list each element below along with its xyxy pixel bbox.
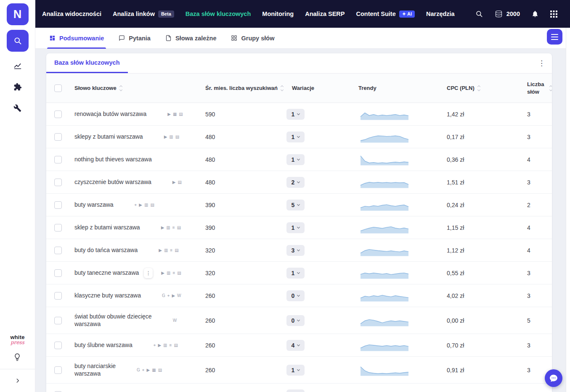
senuto-logo[interactable]: N xyxy=(7,3,29,25)
trend-cell xyxy=(354,244,442,257)
trend-sparkline xyxy=(360,199,409,211)
tab-podsumowanie[interactable]: Podsumowanie xyxy=(49,28,104,48)
variations-dropdown[interactable]: 0 xyxy=(286,315,305,326)
trend-sparkline xyxy=(360,153,409,166)
credits-balance[interactable]: 2000 xyxy=(494,10,520,18)
variations-dropdown[interactable]: 1 xyxy=(286,268,305,279)
trend-cell xyxy=(354,199,442,211)
card-options-button[interactable]: ⋮ xyxy=(538,53,545,73)
keyword-link[interactable]: sklepy z butami warszawa xyxy=(74,133,143,141)
row-checkbox[interactable] xyxy=(54,133,62,141)
chevron-down-icon xyxy=(297,248,300,251)
topnav-search-button[interactable] xyxy=(475,10,483,18)
variations-dropdown[interactable]: 0 xyxy=(286,389,305,392)
sidebar-item-tools[interactable] xyxy=(7,100,29,116)
row-checkbox[interactable] xyxy=(54,342,62,349)
sidebar-item-plugins[interactable] xyxy=(7,79,29,95)
row-checkbox[interactable] xyxy=(54,292,62,300)
section-tabs: Podsumowanie Pytania Słowa zależne Grupy… xyxy=(35,28,566,49)
nav-content-suite[interactable]: Content Suite ✦AI xyxy=(356,11,414,18)
whitepress-logo[interactable]: white press xyxy=(10,335,24,345)
keyword-link[interactable]: buty narciarskie warszawa xyxy=(74,363,116,377)
variations-dropdown[interactable]: 1 xyxy=(286,222,305,233)
tab-pytania[interactable]: Pytania xyxy=(119,28,151,48)
news-icon: ▤ xyxy=(175,248,178,253)
row-checkbox[interactable] xyxy=(54,179,62,186)
keyword-link[interactable]: renowacja butów warszawa xyxy=(74,110,146,118)
row-checkbox[interactable] xyxy=(54,269,62,277)
news-icon: ▤ xyxy=(175,135,179,139)
wrench-icon xyxy=(13,104,21,112)
variations-dropdown[interactable]: 0 xyxy=(286,290,305,301)
trend-sparkline xyxy=(360,244,409,257)
keyword-link[interactable]: buty taneczne warszawa xyxy=(74,269,139,277)
variations-dropdown[interactable]: 4 xyxy=(286,340,305,351)
variations-dropdown[interactable]: 1 xyxy=(286,365,305,376)
row-checkbox[interactable] xyxy=(54,247,62,254)
chat-widget-button[interactable] xyxy=(545,369,562,387)
column-word-count[interactable]: Liczba słów xyxy=(527,81,546,95)
serp-feature-icons: W xyxy=(173,318,177,323)
keyword-link[interactable]: buty do tańca warszawa xyxy=(74,247,138,254)
chevron-down-icon xyxy=(297,318,300,321)
tab-grupy-slow[interactable]: Grupy słów xyxy=(231,28,274,48)
sort-icon[interactable] xyxy=(281,86,283,91)
variations-dropdown[interactable]: 1 xyxy=(286,109,305,120)
sort-icon[interactable] xyxy=(478,86,480,91)
wikipedia-icon: W xyxy=(177,294,181,298)
keyword-link[interactable]: klasyczne buty warszawa xyxy=(74,292,141,300)
keyword-link[interactable]: buty warszawa xyxy=(74,201,114,209)
column-keyword[interactable]: Słowo kluczowe xyxy=(74,85,117,91)
card-tab-baza-slow[interactable]: Baza słów kluczowych xyxy=(46,53,128,73)
variations-dropdown[interactable]: 1 xyxy=(286,132,305,142)
row-checkbox[interactable] xyxy=(54,110,62,118)
row-menu-button[interactable]: ⋮ xyxy=(144,268,153,278)
chevron-right-icon xyxy=(15,378,21,384)
apps-menu-button[interactable] xyxy=(550,11,557,18)
apps-grid-icon xyxy=(550,11,557,18)
variations-dropdown[interactable]: 2 xyxy=(286,177,305,188)
sidebar-item-keyword-explorer[interactable] xyxy=(7,30,29,52)
cpc-value: 1,42 zł xyxy=(442,111,522,118)
keyword-link[interactable]: sklep z butami warszawa xyxy=(74,224,140,232)
menu-toggle-button[interactable] xyxy=(547,29,562,45)
notifications-button[interactable] xyxy=(531,10,539,18)
keyword-link[interactable]: świat butów obuwie dziecięce warszawa xyxy=(74,313,152,328)
shopping-icon: ▥ xyxy=(167,271,170,275)
sidebar-item-analytics[interactable] xyxy=(7,58,29,73)
word-count: 3 xyxy=(522,179,552,186)
select-all-checkbox[interactable] xyxy=(54,84,62,92)
tab-slowa-zalezne[interactable]: Słowa zależne xyxy=(165,28,217,48)
row-checkbox[interactable] xyxy=(54,224,62,232)
row-checkbox[interactable] xyxy=(54,317,62,324)
chevron-down-icon xyxy=(297,112,300,115)
row-checkbox[interactable] xyxy=(54,156,62,163)
nav-monitoring[interactable]: Monitoring xyxy=(262,11,294,17)
nav-analiza-serp[interactable]: Analiza SERP xyxy=(305,11,345,17)
variations-dropdown[interactable]: 1 xyxy=(286,154,305,165)
column-cpc[interactable]: CPC (PLN) xyxy=(447,85,475,91)
row-checkbox[interactable] xyxy=(54,366,62,374)
sort-icon[interactable] xyxy=(120,86,122,91)
row-checkbox[interactable] xyxy=(54,201,62,209)
column-volume[interactable]: Śr. mies. liczba wyszukiwań xyxy=(205,85,278,91)
images-icon: ▦ xyxy=(152,368,156,372)
nav-narzedzia[interactable]: Narzędzia xyxy=(426,11,455,17)
keyword-database-card: Baza słów kluczowych ⋮ Słowo kluczowe Śr… xyxy=(46,53,552,392)
nav-analiza-linkow[interactable]: Analiza linków Beta xyxy=(113,11,174,18)
cpc-value: 0,36 zł xyxy=(442,156,522,163)
variations-count: 1 xyxy=(292,134,295,140)
nav-analiza-widocznosci[interactable]: Analiza widoczności xyxy=(42,11,101,17)
sidebar-item-tips[interactable] xyxy=(13,353,21,363)
keyword-link[interactable]: czyszczenie butów warszawa xyxy=(74,179,151,186)
google-icon: G xyxy=(137,368,140,372)
keyword-link[interactable]: buty ślubne warszawa xyxy=(74,342,133,349)
sort-icon[interactable] xyxy=(550,86,552,91)
scrollbar-track[interactable] xyxy=(566,28,570,392)
table-row: sklepy z butami dla dzieciG▥▤0 xyxy=(46,384,552,392)
variations-dropdown[interactable]: 3 xyxy=(286,245,305,256)
sidebar-expand-button[interactable] xyxy=(0,369,35,392)
nav-baza-slow-kluczowych[interactable]: Baza słów kluczowych xyxy=(186,11,251,17)
variations-dropdown[interactable]: 5 xyxy=(286,200,305,210)
keyword-link[interactable]: nothing but thieves warszawa xyxy=(74,156,152,163)
